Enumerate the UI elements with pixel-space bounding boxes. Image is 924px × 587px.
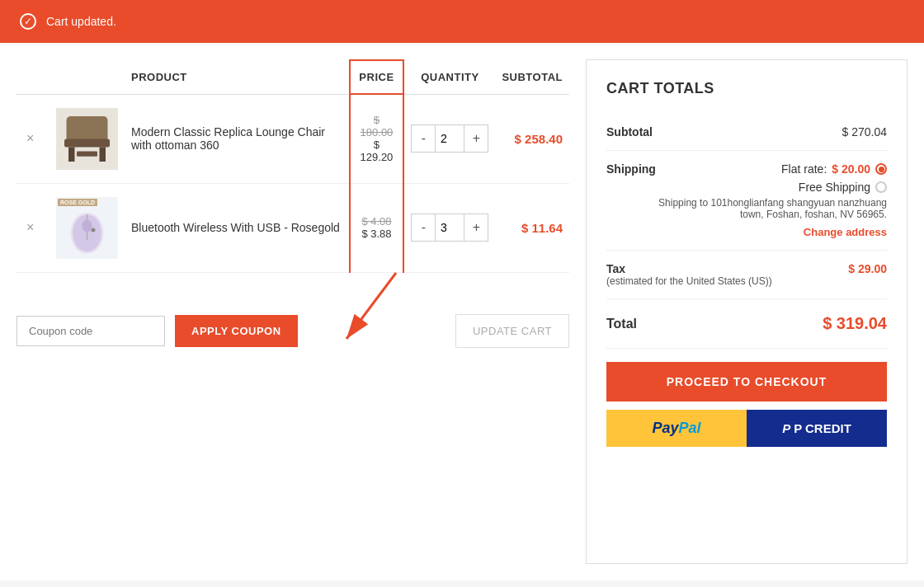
tax-value: $ 29.00 [848, 262, 887, 275]
qty-input-1[interactable] [435, 125, 464, 152]
payment-row: PayPal P P CREDIT [606, 410, 887, 447]
subtotal-row: Subtotal $ 270.04 [606, 114, 887, 151]
product-tag: ROSE GOLD [58, 199, 97, 206]
table-row: × ROSE GOLD [16, 183, 569, 272]
remove-item-2-button[interactable]: × [23, 217, 37, 238]
notification-message: Cart updated. [46, 15, 116, 28]
total-value: $ 319.04 [823, 314, 887, 333]
col-product: PRODUCT [125, 60, 350, 94]
quantity-control-1: - + [411, 124, 488, 153]
shipping-row: Shipping Flat rate: $ 20.00 Free Shippin… [606, 151, 887, 251]
svg-point-8 [82, 219, 92, 232]
flat-rate-radio[interactable] [875, 163, 887, 175]
svg-point-9 [92, 228, 96, 232]
price-sale-1: $ 129.20 [357, 139, 397, 163]
shipping-label: Shipping [606, 162, 656, 176]
notification-bar: ✓ Cart updated. [0, 0, 924, 43]
checkout-button[interactable]: PROCEED TO CHECKOUT [606, 362, 887, 402]
paypal-credit-label: P CREDIT [794, 421, 851, 435]
flat-rate-label: Flat rate: [781, 162, 827, 176]
qty-decrease-2[interactable]: - [412, 214, 435, 241]
paypal-button[interactable]: PayPal [606, 410, 747, 447]
price-original-1: $ 180.00 [357, 114, 397, 139]
product-name-1: Modern Classic Replica Lounge Chair with… [131, 125, 325, 152]
table-row: × [16, 94, 569, 183]
tax-row: Tax (estimated for the United States (US… [606, 251, 887, 299]
subtotal-2: $ 11.64 [521, 221, 563, 235]
free-shipping-option[interactable]: Free Shipping [799, 181, 887, 194]
tax-label: Tax [606, 262, 772, 275]
col-price: PRICE [350, 60, 404, 94]
tax-note: (estimated for the United States (US)) [606, 275, 772, 287]
flat-rate-option[interactable]: Flat rate: $ 20.00 [781, 162, 887, 176]
paypal-logo: PayPal [652, 420, 700, 437]
free-shipping-label: Free Shipping [799, 181, 870, 194]
cart-totals-title: CART TOTALS [606, 80, 887, 97]
main-content: PRODUCT PRICE QUANTITY SUBTOTAL × [0, 43, 924, 580]
paypal-credit-button[interactable]: P P CREDIT [747, 410, 887, 447]
svg-rect-2 [68, 147, 75, 162]
col-subtotal: SUBTOTAL [495, 60, 569, 94]
qty-input-2[interactable] [435, 214, 464, 241]
free-shipping-radio[interactable] [875, 181, 887, 193]
check-icon: ✓ [20, 13, 36, 30]
total-row: Total $ 319.04 [606, 299, 887, 349]
cart-table: PRODUCT PRICE QUANTITY SUBTOTAL × [16, 59, 569, 273]
product-image-2: ROSE GOLD [56, 197, 118, 259]
product-name-2: Bluetooth Wireless With USB - Rosegold [131, 221, 340, 234]
svg-rect-0 [67, 116, 108, 142]
total-label: Total [606, 317, 637, 331]
svg-rect-1 [64, 139, 110, 147]
subtotal-label: Subtotal [606, 125, 653, 139]
col-quantity: QUANTITY [403, 60, 495, 94]
shipping-value: Flat rate: $ 20.00 Free Shipping Shippin… [656, 162, 887, 238]
product-image-1 [56, 108, 118, 170]
svg-rect-4 [77, 151, 97, 156]
cart-section: PRODUCT PRICE QUANTITY SUBTOTAL × [16, 59, 569, 564]
qty-increase-2[interactable]: + [464, 214, 488, 241]
remove-item-1-button[interactable]: × [23, 128, 37, 149]
price-sale-2: $ 3.88 [357, 228, 397, 240]
cart-totals-panel: CART TOTALS Subtotal $ 270.04 Shipping F… [586, 59, 908, 564]
qty-increase-1[interactable]: + [464, 125, 488, 152]
subtotal-value: $ 270.04 [842, 125, 888, 139]
tax-label-group: Tax (estimated for the United States (US… [606, 262, 772, 287]
change-address-link[interactable]: Change address [804, 226, 887, 238]
paypal-credit-p: P [782, 421, 790, 435]
shipping-address: Shipping to 101honglianfang shangyuan na… [656, 197, 887, 220]
arrow-annotation [297, 265, 462, 355]
flat-rate-value: $ 20.00 [832, 162, 870, 176]
svg-rect-3 [100, 147, 106, 162]
qty-decrease-1[interactable]: - [412, 125, 435, 152]
subtotal-1: $ 258.40 [515, 132, 563, 146]
quantity-control-2: - + [411, 214, 488, 242]
price-original-2: $ 4.08 [357, 215, 397, 228]
